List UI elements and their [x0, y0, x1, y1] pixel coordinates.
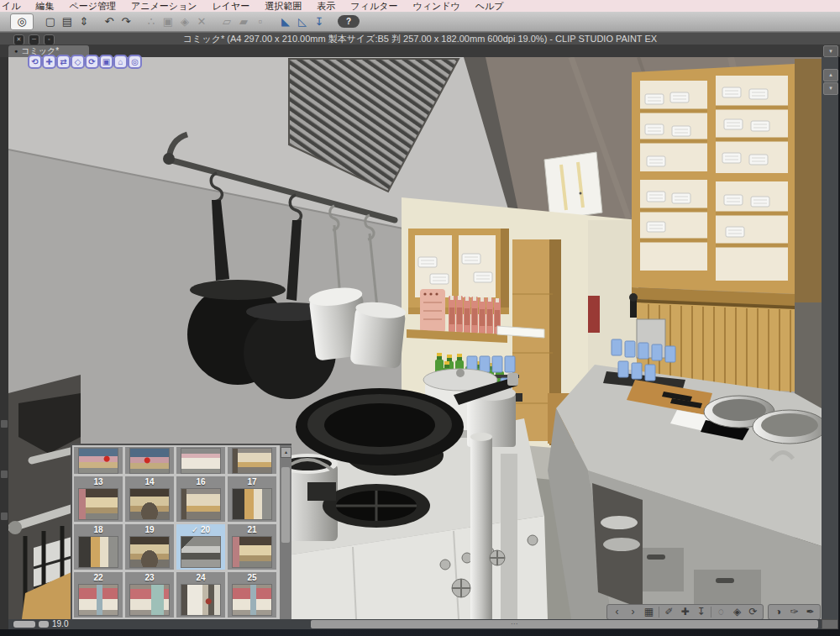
thumbnail-image: [129, 448, 170, 474]
launcher-main-group: ‹ › ▦ ✐ ✚ ↧ ◌ ◈ ⟳: [606, 604, 764, 620]
angle-thumbnail[interactable]: 13: [74, 476, 123, 522]
angle-thumbnail[interactable]: 22: [74, 572, 123, 618]
document-title: コミック* (A4 297.00 x 210.00mm 製本サイズ:B5 判 2…: [0, 33, 840, 45]
thumbnail-image: [78, 448, 118, 474]
camera-angle-thumbnail-panel: 13 14 16 17 18 19 ✓ 20 21 22 23 24 25 26…: [71, 444, 291, 636]
angle-thumbnail[interactable]: 18: [74, 524, 123, 570]
hscrollbar-thumb[interactable]: ⋯: [311, 620, 818, 628]
angle-thumbnail[interactable]: [74, 447, 123, 474]
scrollbar-corner: [822, 619, 838, 629]
frame-border-icon: ▫: [252, 14, 269, 29]
object-rotate-icon[interactable]: ⟳: [85, 55, 99, 69]
transform-icon: ▱: [218, 14, 235, 29]
clip-studio-logo-icon[interactable]: ◎: [10, 13, 34, 30]
fill-icon: ◈: [176, 14, 193, 29]
prev-camera-angle-icon[interactable]: ‹: [609, 605, 625, 619]
angle-thumbnail-selected[interactable]: ✓ 20: [176, 524, 225, 570]
angle-thumbnail[interactable]: 16: [176, 476, 225, 522]
scrollbar-thumb[interactable]: [281, 467, 290, 543]
angle-thumbnail[interactable]: 24: [176, 572, 225, 618]
zoom-in-button[interactable]: [39, 621, 49, 628]
angle-thumbnail[interactable]: [125, 447, 174, 474]
page-manager-icon[interactable]: ⇕: [76, 14, 92, 29]
document-title-bar: ✕ ─ ▫ コミック* (A4 297.00 x 210.00mm 製本サイズ:…: [0, 32, 840, 45]
launcher-material-group: ◑ ✑ ✒: [768, 604, 821, 620]
selection-ring-icon[interactable]: ◌: [713, 605, 729, 619]
menu-file[interactable]: イル: [0, 0, 29, 12]
menu-page-manage[interactable]: ページ管理: [62, 0, 124, 12]
menu-view[interactable]: 表示: [309, 0, 343, 12]
camera-dolly-icon[interactable]: ⇄: [56, 55, 71, 69]
check-icon: ✓: [192, 525, 198, 534]
snap-ruler-icon[interactable]: ◣: [277, 14, 294, 29]
camera-pan-icon[interactable]: ✚: [42, 55, 56, 69]
3d-object-launcher: ‹ › ▦ ✐ ✚ ↧ ◌ ◈ ⟳ ◑ ✑ ✒: [606, 604, 821, 620]
material-sphere-icon[interactable]: ◑: [770, 605, 786, 619]
scrollbar-grip-icon: ⋯: [511, 620, 518, 628]
thumbnail-image: [129, 536, 170, 568]
horizontal-scrollbar[interactable]: 19.0 ⋯: [8, 619, 822, 629]
angle-thumbnail[interactable]: 25: [228, 572, 276, 618]
camera-orbit-icon[interactable]: ⟳: [745, 605, 761, 619]
menu-selection[interactable]: 選択範囲: [257, 0, 309, 12]
scroll-up-icon[interactable]: ▴: [281, 447, 291, 458]
tab-list-icon[interactable]: ▾: [823, 45, 838, 57]
new-document-icon[interactable]: ▢: [42, 14, 59, 29]
background-scroll-button: [1, 512, 8, 520]
angle-thumbnail[interactable]: 19: [125, 524, 174, 570]
camera-rotate-icon[interactable]: ⟲: [28, 55, 42, 69]
thumbnail-image: [181, 488, 221, 520]
menu-edit[interactable]: 編集: [29, 0, 62, 12]
fit-view-icon[interactable]: ✚: [677, 605, 693, 619]
thumbnail-image: [78, 584, 118, 616]
angle-thumbnail[interactable]: 17: [228, 476, 276, 522]
desktop-background-strip: [0, 629, 840, 636]
thumbnail-scrollbar[interactable]: ▴: [280, 445, 291, 636]
angle-list-icon[interactable]: ▦: [641, 605, 657, 619]
ink-pen-icon[interactable]: ✒: [802, 605, 818, 619]
thumbnail-image: [78, 536, 118, 568]
angle-thumbnail[interactable]: 23: [125, 572, 174, 618]
next-camera-angle-icon[interactable]: ›: [625, 605, 641, 619]
thumbnail-image: [232, 584, 272, 616]
snap-guide-icon[interactable]: ↧: [311, 14, 328, 29]
thumbnail-image: [181, 584, 221, 616]
object-rotate3d-icon[interactable]: ▣: [99, 55, 113, 69]
angle-thumbnail[interactable]: [228, 447, 276, 474]
thumbnail-image: [232, 536, 272, 568]
menu-window[interactable]: ウィンドウ: [405, 0, 467, 12]
3d-manipulation-toolbar: ⟲ ✚ ⇄ ◇ ⟳ ▣ ⌂ ◎: [28, 55, 142, 69]
menu-bar: イル 編集 ページ管理 アニメーション レイヤー 選択範囲 表示 フィルター ウ…: [0, 0, 840, 12]
mesh-transform-icon: ▰: [235, 14, 252, 29]
undo-icon[interactable]: ↶: [101, 14, 118, 29]
scroll-up-icon[interactable]: ▴: [823, 69, 838, 81]
thumbnail-image: [129, 488, 170, 520]
menu-animation[interactable]: アニメーション: [123, 0, 205, 12]
deselect-icon: ∴: [143, 14, 160, 29]
menu-layer[interactable]: レイヤー: [205, 0, 258, 12]
thumbnail-image: [181, 448, 221, 474]
thumbnail-image: [181, 536, 221, 568]
camera-pose-icon[interactable]: ✐: [661, 605, 677, 619]
angle-thumbnail[interactable]: 21: [228, 524, 276, 570]
vertical-scrollbar[interactable]: ▴ ▾: [822, 57, 838, 619]
help-icon[interactable]: ?: [338, 15, 360, 28]
object-move-icon[interactable]: ◇: [71, 55, 85, 69]
open-file-icon[interactable]: ▤: [59, 14, 76, 29]
drop-to-floor-icon[interactable]: ↧: [693, 605, 709, 619]
pose-pen-icon[interactable]: ✑: [786, 605, 802, 619]
object-rotate-icon[interactable]: ◈: [729, 605, 745, 619]
angle-thumbnail[interactable]: [176, 447, 225, 474]
snap-special-ruler-icon[interactable]: ◺: [294, 14, 311, 29]
menu-filter[interactable]: フィルター: [343, 0, 405, 12]
background-window-edge: [0, 12, 8, 636]
scroll-list-icon[interactable]: ▾: [823, 82, 838, 95]
menu-help[interactable]: ヘルプ: [468, 0, 512, 12]
object-ground-icon[interactable]: ⌂: [113, 55, 128, 69]
angle-thumbnail[interactable]: 14: [125, 476, 174, 522]
zoom-out-button[interactable]: [13, 621, 35, 628]
camera-target-icon[interactable]: ◎: [128, 55, 142, 69]
thumbnail-image: [232, 488, 272, 520]
redo-icon[interactable]: ↷: [118, 14, 134, 29]
thumbnail-image: [78, 488, 118, 520]
